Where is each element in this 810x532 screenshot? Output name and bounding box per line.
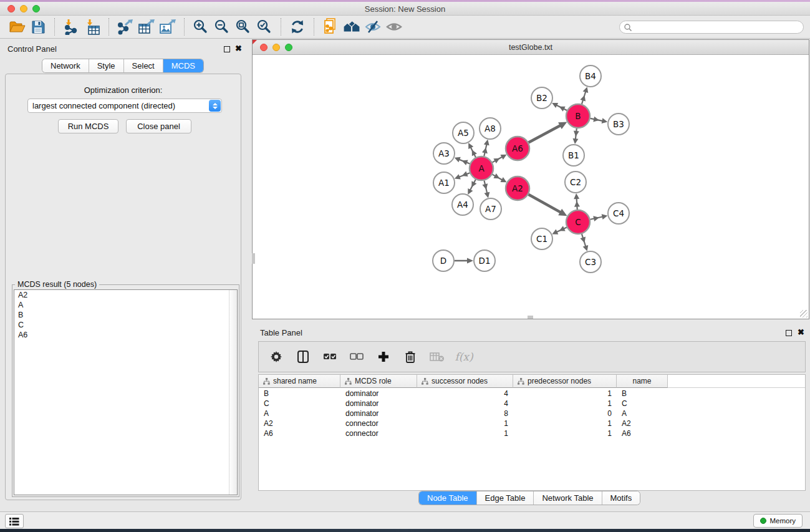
export-network-icon (117, 19, 134, 35)
import-network-button[interactable] (60, 17, 82, 36)
graph-node-A1[interactable]: A1 (433, 172, 455, 193)
graph-node-B3[interactable]: B3 (608, 114, 629, 135)
save-session-button[interactable] (27, 17, 49, 36)
table-cell: A6 (617, 428, 668, 438)
checked-boxes-icon (323, 352, 337, 361)
table-body: Bdominator41BCdominator41CAdominator80AA… (259, 389, 805, 490)
mcds-result-item[interactable]: B (14, 310, 237, 320)
graph-node-C[interactable]: C (566, 210, 590, 234)
memory-label: Memory (769, 517, 796, 525)
edge-arrow-D-D1 (467, 258, 473, 264)
graph-node-A7[interactable]: A7 (480, 198, 501, 220)
table-row-C[interactable]: Cdominator41C (259, 399, 805, 409)
tab-network-table[interactable]: Network Table (534, 491, 602, 505)
show-all-button[interactable] (383, 17, 405, 36)
edge-A6-B[interactable] (529, 124, 564, 143)
graph-node-C2[interactable]: C2 (565, 172, 586, 193)
float-panel-icon[interactable] (786, 330, 792, 336)
table-row-A[interactable]: Adominator80A (259, 409, 805, 418)
tab-select[interactable]: Select (124, 59, 163, 72)
column-header-MCDS-role[interactable]: MCDS role (340, 375, 417, 388)
window-resize-grip[interactable] (800, 310, 808, 317)
graph-node-C4[interactable]: C4 (608, 203, 629, 224)
hide-selected-button[interactable] (362, 17, 383, 36)
graph-node-A[interactable]: A (470, 157, 493, 180)
table-settings-button[interactable] (268, 347, 284, 366)
mcds-result-item[interactable]: C (14, 320, 237, 330)
edge-A2-C[interactable] (528, 195, 563, 214)
close-panel-icon[interactable]: ✖ (235, 46, 242, 52)
table-cell: 1 (513, 389, 617, 399)
export-table-button[interactable] (136, 17, 157, 36)
graph-node-C1[interactable]: C1 (531, 228, 552, 249)
float-panel-icon[interactable] (224, 46, 230, 52)
close-panel-button[interactable]: Close panel (126, 119, 191, 133)
tab-mcds[interactable]: MCDS (163, 59, 203, 72)
close-panel-icon[interactable]: ✖ (798, 329, 804, 336)
column-type-icon (345, 378, 352, 385)
show-panels-button[interactable] (5, 514, 24, 528)
tab-motifs[interactable]: Motifs (602, 491, 640, 505)
table-row-A2[interactable]: A2connector11A2 (259, 418, 805, 428)
table-row-A6[interactable]: A6connector11A6 (259, 428, 805, 438)
refresh-button[interactable] (287, 17, 308, 36)
optimization-criterion-select[interactable]: largest connected component (directed) (27, 99, 222, 113)
graph-node-A6[interactable]: A6 (506, 137, 529, 160)
graph-node-B[interactable]: B (566, 104, 590, 128)
delete-table-button[interactable] (429, 347, 445, 366)
edge-arrow2-C-C2 (574, 201, 580, 206)
tab-network[interactable]: Network (42, 59, 89, 72)
first-neighbors-button[interactable] (341, 17, 362, 36)
network-canvas[interactable]: B4B2BB3A5A8A6B1A3AA1C2A2A4A7C4CC1C3DD1 (253, 56, 808, 318)
graph-node-C3[interactable]: C3 (580, 251, 601, 273)
unselect-all-button[interactable] (349, 347, 365, 366)
tab-node-table[interactable]: Node Table (419, 491, 477, 505)
graph-node-A2[interactable]: A2 (506, 177, 529, 200)
new-network-from-selection-button[interactable] (320, 17, 341, 36)
column-header-predecessor-nodes[interactable]: predecessor nodes (513, 375, 617, 388)
mcds-result-item[interactable]: A2 (14, 290, 237, 300)
mcds-result-item[interactable]: A (14, 300, 237, 310)
zoom-in-button[interactable] (190, 17, 211, 36)
column-header-name[interactable]: name (617, 375, 668, 388)
graph-node-D[interactable]: D (433, 250, 454, 271)
export-network-button[interactable] (115, 17, 136, 36)
graph-node-A4[interactable]: A4 (452, 194, 473, 215)
import-table-button[interactable] (82, 17, 103, 36)
graph-node-B4[interactable]: B4 (580, 65, 601, 87)
graph-node-B2[interactable]: B2 (531, 87, 552, 109)
tab-style[interactable]: Style (89, 59, 124, 72)
graph-node-D1[interactable]: D1 (474, 250, 495, 271)
zoom-selected-button[interactable] (254, 17, 275, 36)
scrollbar-track[interactable] (229, 290, 237, 495)
select-all-button[interactable] (322, 347, 338, 366)
optimization-criterion-label: Optimization criterion: (6, 85, 241, 95)
table-row-B[interactable]: Bdominator41B (259, 389, 805, 399)
zoom-out-button[interactable] (211, 17, 233, 36)
graph-node-A8[interactable]: A8 (480, 118, 501, 139)
tab-edge-table[interactable]: Edge Table (477, 491, 534, 505)
edge-arrow2-A-A8 (482, 147, 488, 153)
table-cell: 1 (513, 418, 617, 428)
mcds-result-item[interactable]: A6 (14, 330, 237, 340)
search-input[interactable] (632, 22, 803, 32)
graph-node-A3[interactable]: A3 (433, 143, 455, 164)
horizontal-scrollbar-thumb[interactable] (528, 316, 533, 319)
graph-node-B1[interactable]: B1 (563, 145, 584, 166)
zoom-fit-button[interactable] (233, 17, 254, 36)
delete-column-button[interactable] (402, 347, 418, 366)
column-header-shared-name[interactable]: shared name (259, 375, 340, 388)
run-mcds-button[interactable]: Run MCDS (58, 119, 118, 133)
open-session-button[interactable] (6, 17, 27, 36)
vertical-scrollbar-thumb[interactable] (252, 253, 255, 264)
memory-button[interactable]: Memory (753, 514, 803, 528)
plus-icon (377, 351, 390, 363)
show-columns-button[interactable] (295, 347, 311, 366)
column-header-successor-nodes[interactable]: successor nodes (417, 375, 513, 388)
add-column-button[interactable] (375, 347, 392, 366)
search-field[interactable] (619, 21, 804, 34)
export-image-button[interactable] (157, 17, 178, 36)
graph-node-A5[interactable]: A5 (453, 122, 474, 143)
network-window-titlebar[interactable]: testGlobe.txt (253, 40, 809, 55)
function-builder-button[interactable]: f(x) (456, 347, 472, 366)
